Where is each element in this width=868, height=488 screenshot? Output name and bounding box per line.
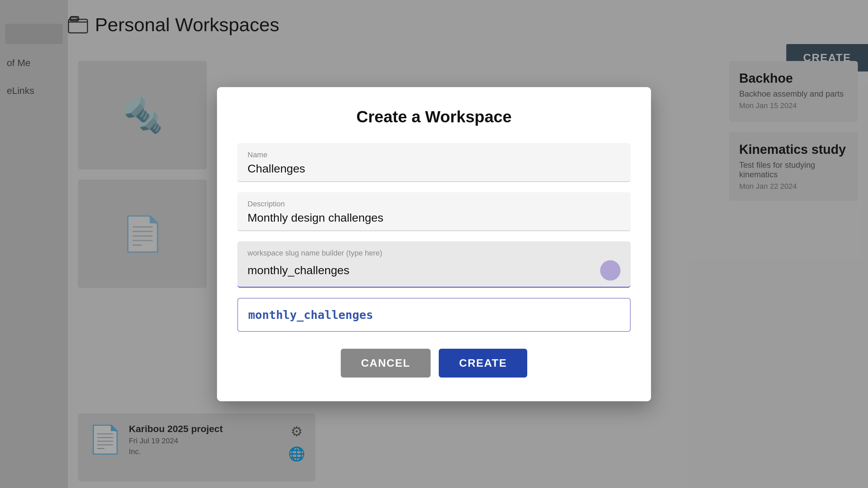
modal-actions: CANCEL CREATE — [237, 349, 631, 378]
cursor-indicator — [600, 260, 620, 281]
create-button[interactable]: CREATE — [439, 349, 527, 378]
name-label: Name — [248, 150, 620, 159]
modal-title: Create a Workspace — [237, 107, 631, 126]
description-field[interactable]: Description Monthly design challenges — [237, 192, 631, 231]
description-value: Monthly design challenges — [248, 211, 620, 224]
name-field-group: Name Challenges — [237, 143, 631, 182]
name-value: Challenges — [248, 162, 620, 175]
slug-builder-group: workspace slug name builder (type here) … — [237, 241, 631, 288]
slug-builder-value: monthly_challenges — [248, 264, 595, 277]
slug-preview-box: monthly_challenges — [237, 298, 631, 332]
slug-builder-content: monthly_challenges — [248, 260, 620, 281]
description-field-group: Description Monthly design challenges — [237, 192, 631, 231]
slug-preview-value: monthly_challenges — [248, 308, 373, 322]
slug-builder-label: workspace slug name builder (type here) — [248, 249, 620, 258]
cancel-button[interactable]: CANCEL — [341, 349, 431, 378]
slug-builder-field[interactable]: workspace slug name builder (type here) … — [237, 241, 631, 288]
name-field[interactable]: Name Challenges — [237, 143, 631, 182]
description-label: Description — [248, 200, 620, 208]
modal-overlay: Create a Workspace Name Challenges Descr… — [0, 0, 868, 488]
create-workspace-modal: Create a Workspace Name Challenges Descr… — [217, 87, 651, 401]
